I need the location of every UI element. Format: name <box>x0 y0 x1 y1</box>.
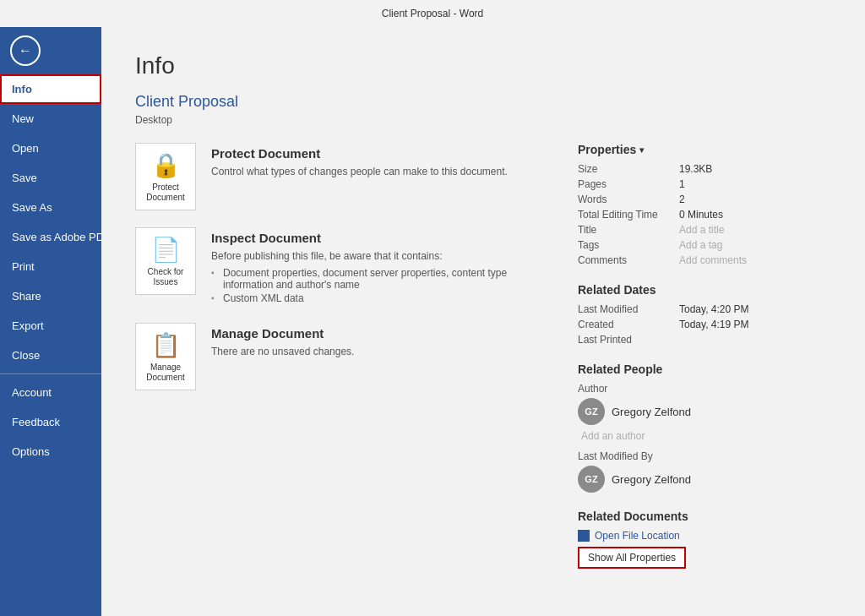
prop-value: 1 <box>679 178 831 190</box>
prop-row: CommentsAdd comments <box>578 254 831 266</box>
prop-label: Total Editing Time <box>578 209 679 221</box>
sidebar-item-share[interactable]: Share <box>0 281 101 311</box>
sidebar-item-save-as[interactable]: Save As <box>0 193 101 222</box>
prop-value: 0 Minutes <box>679 209 831 221</box>
related-dates-table: Last ModifiedToday, 4:20 PMCreatedToday,… <box>578 303 831 346</box>
prop-label: Size <box>578 163 679 175</box>
sidebar-item-export[interactable]: Export <box>0 311 101 341</box>
related-docs-title: Related Documents <box>578 510 831 523</box>
sidebar-item-new[interactable]: New <box>0 104 101 134</box>
prop-label: Words <box>578 194 679 205</box>
author-name: Gregory Zelfond <box>612 406 691 418</box>
sidebar-item-print[interactable]: Print <box>0 252 101 281</box>
open-file-icon <box>578 530 590 542</box>
inspect-description: Before publishing this file, be aware th… <box>211 250 544 262</box>
sidebar-item-feedback[interactable]: Feedback <box>0 407 101 437</box>
prop-value: 2 <box>679 194 831 205</box>
properties-panel: Properties ▾ Size19.3KBPages1Words2Total… <box>578 143 831 569</box>
last-modified-name: Gregory Zelfond <box>612 473 691 486</box>
prop-row: Pages1 <box>578 178 831 190</box>
last-modified-avatar: GZ <box>578 466 605 493</box>
prop-row: Total Editing Time0 Minutes <box>578 209 831 221</box>
properties-title: Properties ▾ <box>578 143 831 156</box>
related-people-title: Related People <box>578 363 831 376</box>
manage-content: Manage DocumentThere are no unsaved chan… <box>211 323 354 363</box>
prop-value[interactable]: Add comments <box>679 254 831 266</box>
sidebar-item-options[interactable]: Options <box>0 437 101 466</box>
prop-value[interactable]: Add a tag <box>679 239 831 251</box>
info-card-manage: 📋Manage DocumentManage DocumentThere are… <box>135 323 544 390</box>
date-row: Last Printed <box>578 334 831 346</box>
doc-title: Client Proposal <box>135 93 831 111</box>
protect-description: Control what types of changes people can… <box>211 166 508 177</box>
related-people-section: Related People Author GZ Gregory Zelfond… <box>578 363 831 493</box>
inspect-icon: 📄 <box>151 236 181 264</box>
sidebar-item-save[interactable]: Save <box>0 163 101 193</box>
sidebar-item-open[interactable]: Open <box>0 134 101 163</box>
date-value: Today, 4:19 PM <box>679 319 831 330</box>
date-row: CreatedToday, 4:19 PM <box>578 319 831 330</box>
author-row: GZ Gregory Zelfond <box>578 398 831 425</box>
date-label: Last Modified <box>578 303 679 315</box>
author-avatar: GZ <box>578 398 605 425</box>
date-label: Created <box>578 319 679 330</box>
title-bar: Client Proposal - Word <box>0 0 865 27</box>
inspect-title: Inspect Document <box>211 231 544 245</box>
page-title: Info <box>135 52 831 79</box>
prop-row: Words2 <box>578 194 831 205</box>
prop-label: Title <box>578 224 679 236</box>
prop-value[interactable]: Add a title <box>679 224 831 236</box>
prop-label: Comments <box>578 254 679 266</box>
properties-table: Size19.3KBPages1Words2Total Editing Time… <box>578 163 831 266</box>
bullet-item: Custom XML data <box>211 292 544 304</box>
author-label-row: Author <box>578 383 831 395</box>
add-author-link[interactable]: Add an author <box>581 430 831 442</box>
prop-value: 19.3KB <box>679 163 831 175</box>
prop-row: TagsAdd a tag <box>578 239 831 251</box>
doc-location: Desktop <box>135 114 831 126</box>
inspect-icon-box[interactable]: 📄Check for Issues <box>135 227 196 295</box>
protect-title: Protect Document <box>211 146 508 161</box>
info-card-protect: 🔒Protect DocumentProtect DocumentControl… <box>135 143 544 210</box>
sidebar-item-close[interactable]: Close <box>0 341 101 370</box>
prop-row: TitleAdd a title <box>578 224 831 236</box>
sidebar-item-save-adobe[interactable]: Save as Adobe PDF <box>0 222 101 252</box>
sidebar-item-account[interactable]: Account <box>0 378 101 407</box>
info-sections: 🔒Protect DocumentProtect DocumentControl… <box>135 143 831 569</box>
prop-row: Size19.3KB <box>578 163 831 175</box>
manage-icon-label: Manage Document <box>146 363 185 383</box>
back-button[interactable]: ← <box>10 35 41 66</box>
date-value <box>679 334 831 346</box>
manage-title: Manage Document <box>211 326 354 341</box>
prop-label: Tags <box>578 239 679 251</box>
prop-label: Pages <box>578 178 679 190</box>
content-area: Info Client Proposal Desktop 🔒Protect Do… <box>101 27 865 616</box>
protect-icon-box[interactable]: 🔒Protect Document <box>135 143 196 210</box>
date-row: Last ModifiedToday, 4:20 PM <box>578 303 831 315</box>
open-file-location-link[interactable]: Open File Location <box>578 530 831 542</box>
info-left: 🔒Protect DocumentProtect DocumentControl… <box>135 143 544 569</box>
date-value: Today, 4:20 PM <box>679 303 831 315</box>
related-dates-title: Related Dates <box>578 283 831 297</box>
related-docs-section: Related Documents Open File Location Sho… <box>578 510 831 569</box>
manage-description: There are no unsaved changes. <box>211 346 354 357</box>
main-container: ← InfoNewOpenSaveSave AsSave as Adobe PD… <box>0 27 865 616</box>
protect-icon: 🔒 <box>151 151 181 179</box>
date-label: Last Printed <box>578 334 679 346</box>
sidebar: ← InfoNewOpenSaveSave AsSave as Adobe PD… <box>0 27 101 616</box>
manage-icon-box[interactable]: 📋Manage Document <box>135 323 196 390</box>
inspect-icon-label: Check for Issues <box>148 267 184 287</box>
sidebar-divider <box>0 373 101 374</box>
manage-icon: 📋 <box>151 331 181 359</box>
protect-icon-label: Protect Document <box>146 183 185 203</box>
info-card-inspect: 📄Check for IssuesInspect DocumentBefore … <box>135 227 544 306</box>
show-all-properties-button[interactable]: Show All Properties <box>578 547 686 569</box>
inspect-content: Inspect DocumentBefore publishing this f… <box>211 227 544 306</box>
bullet-item: Document properties, document server pro… <box>211 267 544 291</box>
last-modified-by-row: GZ Gregory Zelfond <box>578 466 831 493</box>
last-modified-by-label-row: Last Modified By <box>578 450 831 462</box>
title-bar-text: Client Proposal - Word <box>382 8 484 19</box>
inspect-bullets: Document properties, document server pro… <box>211 267 544 304</box>
sidebar-item-info[interactable]: Info <box>0 74 101 104</box>
protect-content: Protect DocumentControl what types of ch… <box>211 143 508 183</box>
